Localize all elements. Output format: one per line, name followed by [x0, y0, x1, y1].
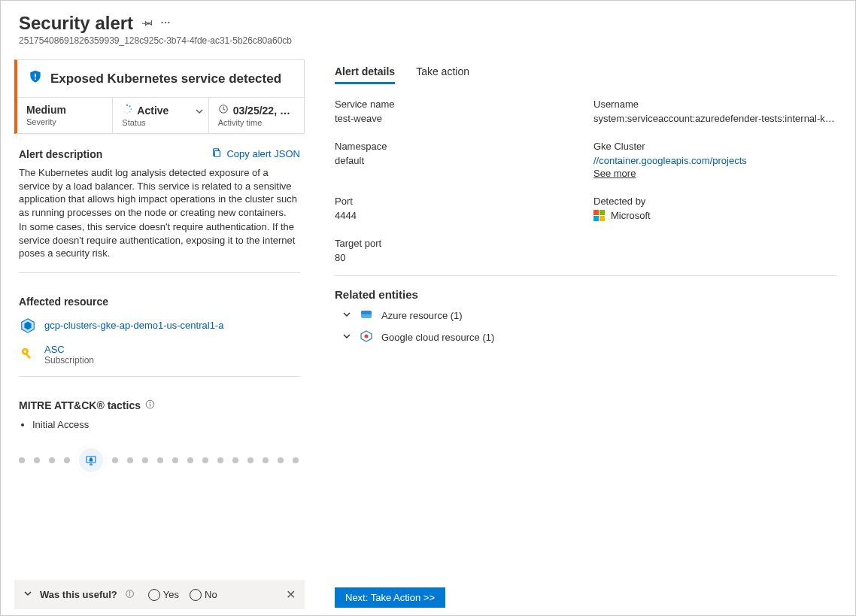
affected-resource-heading: Affected resource [19, 296, 300, 308]
service-name-label: Service name [335, 99, 575, 110]
page-title: Security alert [19, 13, 133, 34]
feedback-question: Was this useful? [40, 589, 117, 600]
svg-point-9 [127, 113, 128, 114]
svg-point-6 [129, 105, 131, 107]
tab-alert-details[interactable]: Alert details [335, 61, 395, 84]
alert-summary-card: Exposed Kubernetes service detected Medi… [14, 59, 305, 134]
chevron-down-icon[interactable] [342, 332, 351, 343]
svg-point-11 [123, 108, 124, 109]
svg-point-21 [150, 402, 150, 402]
namespace-label: Namespace [335, 141, 575, 152]
mitre-active-tactic-icon[interactable] [79, 448, 103, 472]
affected-resource-item[interactable]: gcp-clusters-gke-ap-demo1-us-central1-a [19, 317, 300, 335]
copy-alert-json-button[interactable]: Copy alert JSON [211, 147, 300, 160]
svg-rect-14 [215, 150, 220, 156]
status-cell[interactable]: Active Status [113, 98, 208, 133]
close-icon[interactable]: ✕ [286, 587, 296, 602]
svg-point-29 [365, 335, 369, 338]
microsoft-logo-icon [593, 210, 605, 221]
see-more-link[interactable]: See more [593, 168, 636, 179]
svg-point-10 [124, 111, 125, 112]
mitre-heading: MITRE ATT&CK® tactics [19, 399, 141, 411]
svg-rect-23 [90, 459, 93, 461]
gke-cluster-link[interactable]: //container.googleapis.com/projects [593, 155, 747, 166]
google-cloud-icon [360, 330, 372, 344]
feedback-no-radio[interactable]: No [190, 589, 217, 601]
username-label: Username [593, 99, 837, 110]
feedback-yes-radio[interactable]: Yes [148, 589, 179, 601]
right-panel: Alert details Take action Service name t… [320, 53, 855, 616]
gke-cluster-label: Gke Cluster [593, 141, 837, 152]
chevron-down-icon[interactable] [23, 589, 32, 600]
alert-name: Exposed Kubernetes service detected [50, 71, 281, 86]
svg-point-7 [131, 108, 132, 110]
detected-by-label: Detected by [593, 196, 837, 207]
related-entity-row[interactable]: Azure resource (1) [335, 301, 837, 323]
alert-details-grid: Service name test-weave Username system:… [335, 99, 837, 263]
alert-id: 25175408691826359939_128c925c-3b74-4fde-… [19, 35, 837, 46]
port-label: Port [335, 196, 575, 207]
svg-rect-4 [35, 79, 36, 80]
related-entities-heading: Related entities [335, 275, 837, 301]
svg-point-25 [129, 591, 130, 592]
detected-by-value: Microsoft [611, 210, 651, 221]
resource-link[interactable]: ASC [44, 344, 65, 355]
port-value: 4444 [335, 210, 575, 221]
copy-icon [211, 147, 222, 160]
namespace-value: default [335, 155, 575, 166]
next-take-action-button[interactable]: Next: Take Action >> [335, 587, 445, 608]
pin-icon[interactable] [142, 17, 153, 30]
subscription-key-icon [19, 345, 37, 363]
chevron-down-icon[interactable] [342, 310, 351, 321]
affected-resource-item[interactable]: ASC Subscription [19, 344, 300, 366]
target-port-label: Target port [335, 238, 575, 249]
page-header: Security alert 25175408691826359939_128c… [1, 1, 855, 53]
more-icon[interactable] [160, 17, 171, 30]
info-icon[interactable] [145, 399, 155, 411]
svg-point-0 [162, 21, 163, 23]
service-name-value: test-weave [335, 113, 575, 124]
shield-icon [28, 69, 43, 88]
left-panel: Exposed Kubernetes service detected Medi… [1, 53, 320, 616]
svg-point-5 [126, 105, 128, 106]
tab-take-action[interactable]: Take action [416, 61, 469, 84]
svg-rect-18 [25, 353, 31, 359]
azure-resource-icon [360, 308, 372, 323]
clock-icon [218, 104, 229, 117]
feedback-bar: Was this useful? Yes No ✕ [14, 580, 305, 609]
status-spinner-icon [122, 104, 132, 117]
svg-rect-27 [361, 311, 372, 314]
alert-description-heading: Alert description [19, 148, 102, 160]
svg-point-19 [24, 350, 26, 353]
tabs: Alert details Take action [335, 61, 837, 85]
svg-point-8 [129, 111, 131, 113]
chevron-down-icon[interactable] [195, 107, 204, 118]
svg-point-2 [168, 21, 169, 23]
mitre-tactic-item: Initial Access [32, 419, 300, 430]
username-value: system:serviceaccount:azuredefender-test… [593, 113, 837, 124]
svg-point-12 [124, 106, 125, 107]
alert-description-text: The Kubernetes audit log analysis detect… [19, 166, 300, 262]
severity-cell: Medium Severity [17, 98, 113, 133]
target-port-value: 80 [335, 252, 575, 263]
activity-time-cell: 03/25/22, … Activity time [209, 98, 304, 133]
svg-rect-3 [35, 74, 36, 77]
info-icon[interactable] [125, 589, 135, 601]
svg-point-1 [165, 21, 166, 23]
severity-value: Medium [26, 104, 103, 116]
kubernetes-resource-icon [19, 317, 37, 335]
resource-link[interactable]: gcp-clusters-gke-ap-demo1-us-central1-a [44, 320, 223, 331]
related-entity-row[interactable]: Google cloud resource (1) [335, 323, 837, 344]
mitre-timeline [19, 448, 300, 472]
divider [19, 272, 300, 273]
divider [19, 376, 300, 377]
